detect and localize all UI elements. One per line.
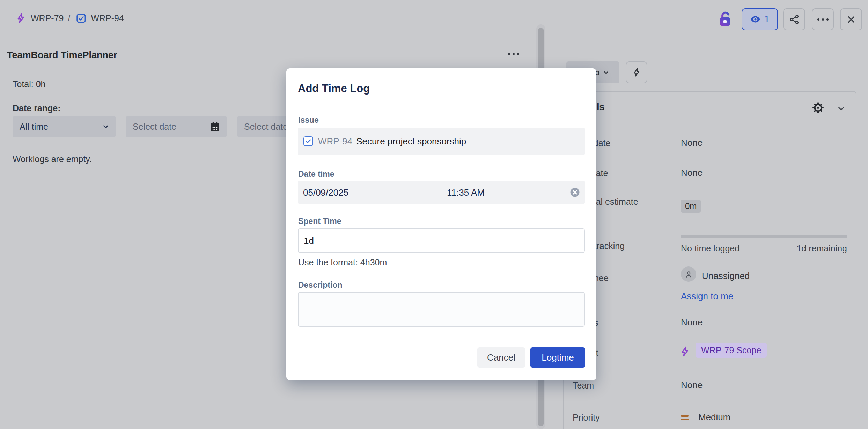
time-logged-text: No time logged bbox=[681, 243, 740, 254]
time-value[interactable]: 11:35 AM bbox=[447, 187, 485, 198]
field-label-priority: Priority bbox=[573, 412, 646, 423]
more-actions-button[interactable] bbox=[812, 8, 834, 30]
unlocked-icon[interactable] bbox=[718, 10, 733, 29]
issue-key: WRP-94 bbox=[318, 136, 352, 147]
description-label: Description bbox=[298, 280, 343, 290]
format-hint-text: Use the format: 4h30m bbox=[298, 257, 387, 268]
assignee-value[interactable]: Unassigned bbox=[702, 271, 750, 281]
gear-icon bbox=[811, 100, 825, 115]
chevron-down-icon bbox=[603, 69, 609, 76]
issue-summary: Secure project sponsorship bbox=[356, 136, 466, 147]
quick-actions-button[interactable] bbox=[626, 61, 647, 83]
range-select-value: All time bbox=[20, 122, 102, 132]
details-settings-button[interactable] bbox=[811, 100, 825, 115]
description-textarea[interactable] bbox=[298, 292, 585, 327]
add-time-log-modal: Add Time Log Issue WRP-94 Secure project… bbox=[286, 68, 596, 380]
close-button[interactable] bbox=[840, 8, 862, 30]
field-value-due-date[interactable]: None bbox=[681, 167, 703, 178]
share-button[interactable] bbox=[783, 8, 805, 30]
watchers-count: 1 bbox=[764, 14, 770, 25]
chevron-down-icon bbox=[837, 104, 846, 113]
details-collapse-button[interactable] bbox=[837, 104, 846, 113]
assign-to-me-link[interactable]: Assign to me bbox=[681, 291, 733, 302]
priority-medium-icon bbox=[681, 415, 689, 420]
logtime-button[interactable]: Logtime bbox=[530, 347, 585, 368]
spent-time-value: 1d bbox=[304, 235, 314, 246]
eye-icon bbox=[750, 14, 761, 25]
lightning-icon bbox=[632, 68, 641, 77]
cancel-button[interactable]: Cancel bbox=[477, 347, 525, 368]
breadcrumb-separator: / bbox=[68, 13, 70, 23]
issue-section-label: Issue bbox=[298, 115, 319, 125]
epic-icon bbox=[15, 13, 27, 24]
breadcrumb: WRP-79 / WRP-94 bbox=[15, 8, 124, 28]
field-label-team: Team bbox=[573, 380, 646, 391]
datetime-label: Date time bbox=[298, 170, 334, 179]
original-estimate-badge[interactable]: 0m bbox=[681, 200, 701, 213]
modal-title: Add Time Log bbox=[298, 82, 370, 95]
share-icon bbox=[789, 14, 800, 25]
panel-more-button[interactable] bbox=[508, 53, 519, 55]
close-icon bbox=[846, 14, 856, 25]
person-icon bbox=[684, 270, 693, 279]
task-icon bbox=[76, 13, 87, 24]
datetime-field[interactable]: 05/09/2025 11:35 AM bbox=[298, 181, 585, 204]
field-value-labels[interactable]: None bbox=[681, 317, 703, 328]
date-from-placeholder: Select date bbox=[133, 122, 209, 132]
total-hours-text: Total: 0h bbox=[13, 79, 46, 89]
date-from-field[interactable]: Select date bbox=[126, 116, 227, 137]
clear-datetime-icon[interactable] bbox=[569, 187, 580, 199]
time-remaining-text: 1d remaining bbox=[768, 243, 847, 254]
worklogs-empty-text: Worklogs are empty. bbox=[13, 154, 92, 164]
breadcrumb-epic-key[interactable]: WRP-79 bbox=[31, 13, 64, 23]
chevron-down-icon bbox=[102, 123, 110, 130]
parent-issue-badge[interactable]: WRP-79 Scope bbox=[696, 343, 767, 358]
avatar bbox=[681, 266, 696, 282]
time-tracking-progress-bar[interactable] bbox=[681, 235, 847, 238]
field-value-team[interactable]: None bbox=[681, 380, 703, 391]
breadcrumb-issue-key[interactable]: WRP-94 bbox=[91, 13, 124, 23]
watchers-button[interactable]: 1 bbox=[742, 8, 778, 30]
range-select[interactable]: All time bbox=[13, 116, 116, 137]
issue-checkbox[interactable] bbox=[303, 136, 313, 146]
panel-title: TeamBoard TimePlanner bbox=[7, 50, 117, 61]
date-value[interactable]: 05/09/2025 bbox=[303, 187, 348, 198]
spent-time-label: Spent Time bbox=[298, 217, 341, 226]
date-range-label: Date range: bbox=[13, 103, 61, 113]
issue-row: WRP-94 Secure project sponsorship bbox=[298, 128, 585, 155]
field-value-priority[interactable]: Medium bbox=[698, 412, 730, 423]
field-value-start-date[interactable]: None bbox=[681, 137, 703, 148]
ellipsis-icon bbox=[817, 18, 829, 21]
epic-icon bbox=[679, 346, 691, 359]
calendar-icon bbox=[209, 121, 221, 133]
spent-time-input[interactable]: 1d bbox=[298, 228, 585, 253]
